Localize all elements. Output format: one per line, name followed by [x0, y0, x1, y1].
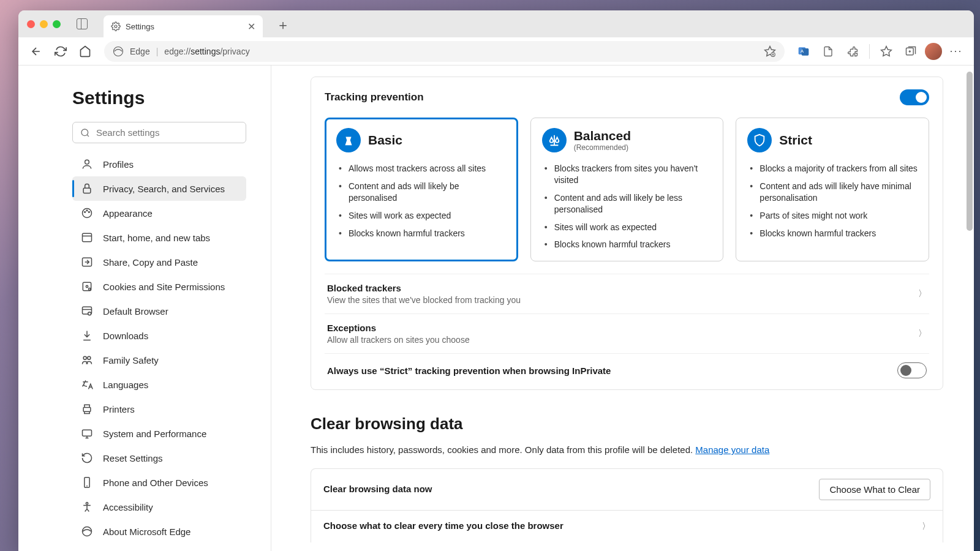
svg-point-0: [115, 25, 117, 28]
svg-point-1: [114, 47, 123, 56]
favorites-button[interactable]: [876, 41, 897, 62]
clear-data-desc: This includes history, passwords, cookie…: [311, 444, 943, 455]
sidebar-item-label: Printers: [103, 404, 135, 414]
collections-button[interactable]: [900, 41, 921, 62]
tab-settings[interactable]: Settings ✕: [104, 15, 263, 37]
svg-point-15: [89, 212, 90, 213]
manage-data-link[interactable]: Manage your data: [695, 444, 769, 455]
tracking-card-balanced[interactable]: Balanced(Recommended)Blocks trackers fro…: [530, 118, 724, 261]
browser-toolbar: Edge | edge://settings/privacy A ···: [18, 37, 974, 66]
sidebar-item-window[interactable]: Start, home, and new tabs: [72, 225, 246, 250]
sidebar-item-browser[interactable]: Default Browser: [72, 299, 246, 323]
card-point: Sites will work as expected: [339, 207, 507, 225]
sidebar-item-edge[interactable]: About Microsoft Edge: [72, 519, 246, 544]
svg-point-24: [88, 356, 91, 359]
blocked-trackers-row[interactable]: Blocked trackers View the sites that we'…: [325, 274, 929, 313]
sidebar-item-label: Family Safety: [103, 355, 159, 365]
strict-inprivate-toggle[interactable]: [897, 362, 927, 378]
sidebar-item-printer[interactable]: Printers: [72, 397, 246, 421]
new-tab-button[interactable]: ＋: [276, 16, 290, 34]
sidebar-item-lock[interactable]: Privacy, Search, and Services: [72, 176, 246, 201]
sidebar-item-download[interactable]: Downloads: [72, 323, 246, 348]
tracking-card-basic[interactable]: BasicAllows most trackers across all sit…: [325, 118, 518, 261]
tab-close-button[interactable]: ✕: [247, 21, 255, 32]
card-points: Blocks a majority of trackers from all s…: [747, 160, 918, 242]
search-placeholder: Search settings: [96, 127, 159, 138]
sidebar-item-label: Accessibility: [103, 502, 153, 512]
exceptions-title: Exceptions: [327, 323, 911, 333]
svg-rect-16: [83, 233, 92, 241]
profile-avatar[interactable]: [925, 43, 942, 60]
chevron-right-icon: 〉: [918, 328, 927, 339]
card-title: Balanced: [574, 129, 631, 143]
svg-point-22: [88, 312, 91, 315]
svg-point-13: [85, 212, 86, 213]
sidebar-item-family[interactable]: Family Safety: [72, 348, 246, 372]
tracking-heading: Tracking prevention: [325, 91, 424, 103]
svg-rect-11: [83, 188, 91, 193]
svg-rect-26: [83, 430, 92, 436]
svg-point-19: [86, 285, 88, 287]
sidebar-item-label: Share, Copy and Paste: [103, 257, 198, 268]
card-points: Blocks trackers from sites you haven't v…: [542, 160, 712, 253]
tracking-level-cards: BasicAllows most trackers across all sit…: [325, 118, 929, 261]
card-point: Content and ads will likely be personali…: [339, 178, 507, 207]
sidebar-item-label: Start, home, and new tabs: [103, 233, 210, 243]
translate-icon[interactable]: A: [793, 41, 814, 62]
sidebar-item-system[interactable]: System and Performance: [72, 421, 246, 446]
sidebar-item-label: Languages: [103, 380, 148, 390]
chevron-right-icon: 〉: [918, 288, 927, 299]
blocked-trackers-title: Blocked trackers: [327, 283, 911, 293]
clear-data-heading: Clear browsing data: [311, 414, 943, 433]
svg-point-14: [86, 210, 88, 211]
settings-main: Tracking prevention BasicAllows most tra…: [271, 66, 974, 551]
scrollbar[interactable]: [967, 72, 973, 231]
svg-text:A: A: [801, 48, 804, 53]
sidebar-item-label: About Microsoft Edge: [103, 527, 190, 537]
exceptions-row[interactable]: Exceptions Allow all trackers on sites y…: [325, 313, 929, 353]
sidebar-item-phone[interactable]: Phone and Other Devices: [72, 470, 246, 495]
sidebar-item-label: Phone and Other Devices: [103, 478, 208, 488]
sidebar-item-share[interactable]: Share, Copy and Paste: [72, 250, 246, 274]
home-button[interactable]: [75, 41, 96, 62]
card-point: Sites will work as expected: [545, 219, 712, 236]
svg-marker-7: [881, 46, 892, 56]
sidebar-item-accessibility[interactable]: Accessibility: [72, 495, 246, 519]
more-menu-button[interactable]: ···: [946, 41, 967, 62]
back-button[interactable]: [26, 41, 47, 62]
svg-point-20: [89, 288, 91, 290]
refresh-button[interactable]: [50, 41, 71, 62]
sidebar-item-cookie[interactable]: Cookies and Site Permissions: [72, 274, 246, 299]
browser-window: Settings ✕ ＋ Edge | edge://settings/priv…: [18, 10, 974, 551]
exceptions-desc: Allow all trackers on sites you choose: [327, 335, 911, 345]
tracking-toggle[interactable]: [900, 89, 929, 105]
choose-clear-button[interactable]: Choose What to Clear: [819, 479, 930, 500]
extensions-icon[interactable]: [842, 41, 863, 62]
minimize-window-button[interactable]: [40, 20, 48, 28]
maximize-window-button[interactable]: [53, 20, 61, 28]
tracking-card-strict[interactable]: StrictBlocks a majority of trackers from…: [736, 118, 929, 261]
address-url: edge://settings/privacy: [164, 47, 249, 56]
sidebar-item-palette[interactable]: Appearance: [72, 201, 246, 225]
sidebar-item-label: Profiles: [103, 159, 134, 170]
favorite-icon[interactable]: [764, 45, 776, 58]
read-aloud-icon[interactable]: [818, 41, 839, 62]
svg-point-29: [83, 527, 92, 536]
card-subtitle: (Recommended): [574, 143, 631, 152]
sidebar-item-reset[interactable]: Reset Settings: [72, 446, 246, 470]
sidebar-item-label: Privacy, Search, and Services: [103, 184, 225, 194]
content-area: Settings Search settings ProfilesPrivacy…: [18, 66, 974, 551]
settings-search-input[interactable]: Search settings: [72, 122, 246, 143]
card-title: Basic: [368, 133, 402, 147]
address-bar[interactable]: Edge | edge://settings/privacy: [104, 41, 785, 62]
blocked-trackers-desc: View the sites that we've blocked from t…: [327, 295, 911, 305]
card-icon: [336, 128, 361, 152]
close-window-button[interactable]: [27, 20, 35, 28]
tab-overview-icon[interactable]: [77, 18, 88, 29]
clear-on-close-row[interactable]: Choose what to clear every time you clos…: [311, 510, 943, 542]
edge-logo-icon: [113, 46, 124, 57]
sidebar-item-profile[interactable]: Profiles: [72, 152, 246, 176]
sidebar-item-language[interactable]: Languages: [72, 372, 246, 397]
gear-icon: [111, 21, 121, 31]
sidebar-item-label: Appearance: [103, 208, 153, 219]
